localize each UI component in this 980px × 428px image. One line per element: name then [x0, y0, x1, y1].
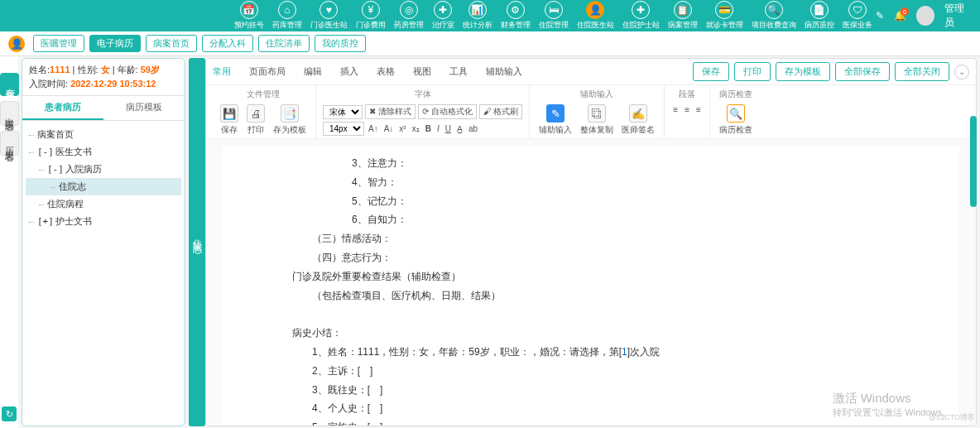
align-left-icon[interactable]: ≡ — [671, 104, 680, 115]
font-color-icon[interactable]: A̲ — [455, 123, 464, 134]
auto-format-button[interactable]: ⟳ 自动格式化 — [418, 104, 477, 119]
pill-病案首页[interactable]: 病案首页 — [146, 35, 197, 52]
editor-menu-bar: 常用页面布局编辑插入表格视图工具辅助输入 保存打印存为模板全部保存全部关闭⌄ — [206, 59, 976, 85]
scrollbar[interactable] — [968, 99, 977, 425]
nav-门诊医生站[interactable]: ♥门诊医生站 — [307, 0, 351, 32]
ribbon-btn-打印[interactable]: 🖨打印 — [244, 104, 267, 136]
avatar[interactable] — [916, 6, 934, 26]
nav-预约挂号[interactable]: 📅预约挂号 — [231, 0, 267, 32]
vtab-在院患者[interactable]: 在院患者 — [0, 73, 19, 96]
font-decrease-icon[interactable]: A↓ — [382, 123, 396, 134]
clear-format-button[interactable]: ✖ 清除样式 — [365, 104, 416, 119]
italic-icon[interactable]: I — [435, 123, 441, 134]
tree-住院病程[interactable]: 住院病程 — [26, 195, 181, 213]
vtab-历史患者[interactable]: 历史患者 — [0, 131, 19, 156]
align-center-icon[interactable]: ≡ — [683, 104, 691, 115]
action-全部保存[interactable]: 全部保存 — [835, 62, 890, 81]
superscript-icon[interactable]: x² — [397, 123, 407, 134]
pill-住院清单[interactable]: 住院清单 — [258, 35, 310, 52]
patient-info: 姓名:1111 | 性别: 女 | 年龄: 59岁 入院时间: 2022-12-… — [22, 59, 185, 96]
highlight-icon[interactable]: ab — [467, 123, 479, 134]
nav-药房管理[interactable]: ◎药房管理 — [391, 0, 427, 32]
tree-医生文书[interactable]: [-]医生文书 — [26, 143, 181, 161]
tab-template[interactable]: 病历模板 — [103, 96, 185, 120]
pill-我的质控[interactable]: 我的质控 — [315, 35, 366, 52]
document-scroll[interactable]: 3、注意力： 4、智力： 5、记忆力： 6、自知力： （三）情感活动： （四）意… — [206, 139, 976, 426]
font-increase-icon[interactable]: A↑ — [367, 123, 380, 134]
ribbon-btn-病历检查[interactable]: 🔍病历检查 — [717, 104, 755, 136]
subnav-pills: 医嘱管理电子病历病案首页分配入科住院清单我的质控 — [33, 35, 366, 52]
align-right-icon[interactable]: ≡ — [694, 104, 703, 115]
nav-治疗室[interactable]: ✚治疗室 — [429, 0, 458, 32]
nav-病历质控[interactable]: 📄病历质控 — [801, 0, 838, 32]
pill-分配入科[interactable]: 分配入科 — [202, 35, 253, 52]
pill-电子病历[interactable]: 电子病历 — [89, 35, 141, 52]
font-size-select[interactable]: 14px — [323, 122, 364, 136]
tree-病案首页[interactable]: 病案首页 — [26, 126, 181, 143]
bold-icon[interactable]: B — [424, 123, 433, 134]
nav-病案管理[interactable]: 📋病案管理 — [665, 0, 701, 32]
nav-医保业务[interactable]: 🛡医保业务 — [839, 0, 876, 32]
edit-icon[interactable]: ✎ — [876, 10, 884, 22]
left-tabs: 患者病历 病历模板 — [22, 96, 185, 121]
document-page[interactable]: 3、注意力： 4、智力： 5、记忆力： 6、自知力： （三）情感活动： （四）意… — [223, 146, 959, 426]
name-label: 姓名: — [29, 65, 50, 75]
collapse-icon[interactable]: ⌄ — [954, 65, 969, 79]
ribbon-btn-医师签名[interactable]: ✍医师签名 — [619, 104, 657, 136]
header-right: ✎ 🔔0 管理员 — [876, 2, 972, 30]
rg-font-title: 字体 — [323, 87, 522, 102]
editor-menus: 常用页面布局编辑插入表格视图工具辅助输入 — [213, 65, 522, 78]
action-保存[interactable]: 保存 — [693, 62, 729, 81]
menu-表格[interactable]: 表格 — [377, 65, 395, 78]
rg-para-title: 段落 — [671, 87, 703, 102]
font-family-select[interactable]: 宋体 — [323, 105, 363, 119]
menu-编辑[interactable]: 编辑 — [304, 65, 322, 78]
action-打印[interactable]: 打印 — [734, 62, 771, 81]
ribbon-btn-存为模板[interactable]: 📑存为模板 — [271, 104, 309, 136]
user-badge-icon: 👤 — [8, 36, 25, 52]
scroll-thumb[interactable] — [970, 116, 977, 207]
top-header: 📅预约挂号⌂药库管理♥门诊医生站¥门诊费用◎药房管理✚治疗室📊统计分析⚙财务管理… — [0, 0, 980, 31]
tree: 病案首页[-]医生文书[-]入院病历住院志住院病程[+]护士文书 — [22, 121, 185, 235]
doc-tab-label[interactable]: 住院志 X — [189, 58, 205, 426]
nav-住院医生站[interactable]: 👤住院医生站 — [574, 0, 617, 32]
tree-护士文书[interactable]: [+]护士文书 — [26, 213, 181, 230]
bell-icon[interactable]: 🔔0 — [894, 10, 906, 22]
menu-辅助输入[interactable]: 辅助输入 — [486, 65, 522, 78]
nav-门诊费用[interactable]: ¥门诊费用 — [353, 0, 389, 32]
menu-工具[interactable]: 工具 — [449, 65, 468, 78]
action-存为模板[interactable]: 存为模板 — [776, 62, 830, 81]
subscript-icon[interactable]: x₂ — [411, 123, 421, 134]
rg-file-title: 文件管理 — [218, 87, 309, 102]
nav-统计分析[interactable]: 📊统计分析 — [459, 0, 496, 32]
menu-常用[interactable]: 常用 — [213, 65, 231, 78]
underline-icon[interactable]: U — [444, 123, 453, 134]
nav-财务管理[interactable]: ⚙财务管理 — [497, 0, 534, 32]
tree-入院病历[interactable]: [-]入院病历 — [26, 161, 181, 178]
nav-药库管理[interactable]: ⌂药库管理 — [269, 0, 305, 32]
user-label[interactable]: 管理员 — [944, 2, 972, 30]
ribbon-aux: 辅助输入 ✎辅助输入⿻整体复制✍医师签名 — [530, 85, 665, 138]
menu-页面布局[interactable]: 页面布局 — [249, 65, 286, 78]
nav-就诊卡管理[interactable]: 💳就诊卡管理 — [703, 0, 747, 32]
admit-label: 入院时间: — [29, 79, 70, 89]
nav-项目收费查询[interactable]: 🔍项目收费查询 — [748, 0, 800, 32]
action-全部关闭[interactable]: 全部关闭 — [895, 62, 949, 81]
nav-住院护士站[interactable]: ✚住院护士站 — [619, 0, 663, 32]
ribbon-btn-整体复制[interactable]: ⿻整体复制 — [578, 104, 616, 136]
vtab-出院患者[interactable]: 出院患者 — [0, 101, 19, 126]
format-painter-button[interactable]: 🖌 格式刷 — [479, 104, 523, 119]
vtab-action-icon[interactable]: ↻ — [2, 406, 17, 421]
tab-patient-record[interactable]: 患者病历 — [22, 96, 103, 120]
ribbon-btn-保存[interactable]: 💾保存 — [218, 104, 241, 136]
tree-住院志[interactable]: 住院志 — [26, 178, 181, 195]
ribbon-btn-辅助输入[interactable]: ✎辅助输入 — [536, 104, 574, 136]
nav-住院管理[interactable]: 🛏住院管理 — [536, 0, 572, 32]
menu-插入[interactable]: 插入 — [340, 65, 358, 78]
pill-医嘱管理[interactable]: 医嘱管理 — [33, 35, 84, 52]
nav-icons: 📅预约挂号⌂药库管理♥门诊医生站¥门诊费用◎药房管理✚治疗室📊统计分析⚙财务管理… — [231, 0, 876, 32]
bell-badge: 0 — [901, 7, 909, 16]
vertical-tabs: 在院患者出院患者历史患者 ↻ — [0, 56, 18, 428]
ribbon: 文件管理 💾保存🖨打印📑存为模板 字体 宋体 ✖ 清除样式 ⟳ 自动格式化 🖌 … — [206, 85, 976, 139]
menu-视图[interactable]: 视图 — [413, 65, 431, 78]
